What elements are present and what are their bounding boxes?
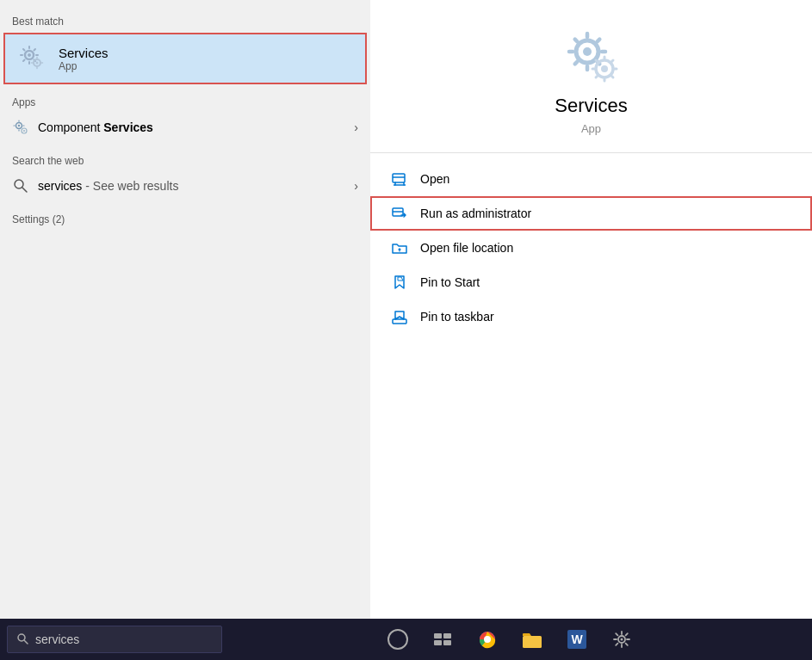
best-match-subtitle: App bbox=[59, 60, 108, 72]
component-services-name: Component Services bbox=[38, 120, 153, 134]
svg-point-1 bbox=[28, 53, 31, 57]
settings-button[interactable] bbox=[608, 626, 635, 653]
best-match-item[interactable]: Services App bbox=[3, 33, 367, 84]
svg-text:W: W bbox=[571, 632, 583, 646]
svg-line-44 bbox=[596, 60, 598, 62]
taskbar-search-icon bbox=[16, 632, 28, 647]
action-pin-to-start-text: Pin to Start bbox=[420, 275, 480, 289]
svg-rect-48 bbox=[393, 174, 405, 182]
action-open[interactable]: Open bbox=[370, 162, 812, 196]
svg-line-34 bbox=[574, 40, 577, 42]
right-taskbar: W bbox=[370, 619, 812, 660]
svg-rect-56 bbox=[434, 640, 442, 645]
web-search-icon bbox=[12, 177, 29, 194]
svg-point-11 bbox=[36, 62, 39, 65]
run-as-admin-icon bbox=[391, 205, 408, 222]
svg-line-8 bbox=[34, 49, 36, 51]
word-button[interactable]: W bbox=[563, 626, 591, 653]
action-list: Open Run as administrator bbox=[370, 153, 812, 619]
web-search-chevron: › bbox=[354, 179, 358, 193]
svg-point-29 bbox=[583, 47, 592, 56]
svg-line-25 bbox=[22, 188, 27, 192]
app-detail: Services App bbox=[370, 0, 812, 153]
task-view-icon bbox=[433, 632, 452, 647]
open-icon bbox=[391, 170, 408, 188]
svg-rect-53 bbox=[393, 319, 406, 324]
svg-rect-61 bbox=[523, 636, 542, 648]
svg-line-6 bbox=[23, 49, 25, 51]
cortana-icon bbox=[387, 629, 408, 650]
app-detail-icon bbox=[561, 26, 622, 86]
settings-section: Settings (2) bbox=[0, 207, 370, 229]
component-services-chevron: › bbox=[354, 120, 358, 134]
best-match-text: Services App bbox=[59, 46, 108, 72]
app-detail-subtitle: App bbox=[581, 122, 601, 135]
action-run-as-admin[interactable]: Run as administrator bbox=[370, 196, 812, 231]
taskbar: services bbox=[0, 619, 370, 660]
action-open-text: Open bbox=[420, 172, 449, 186]
pin-to-taskbar-icon bbox=[391, 308, 408, 325]
svg-point-65 bbox=[621, 638, 623, 641]
svg-point-39 bbox=[601, 65, 608, 72]
component-services-icon bbox=[12, 119, 29, 136]
app-detail-title: Services bbox=[555, 95, 627, 117]
svg-rect-55 bbox=[443, 633, 451, 638]
action-pin-to-taskbar-text: Pin to taskbar bbox=[420, 310, 494, 324]
svg-line-73 bbox=[616, 644, 617, 645]
chrome-button[interactable] bbox=[474, 626, 501, 653]
web-search-item[interactable]: services - See web results › bbox=[0, 170, 370, 201]
svg-rect-57 bbox=[443, 640, 451, 645]
svg-point-26 bbox=[18, 634, 25, 641]
action-pin-to-taskbar[interactable]: Pin to taskbar bbox=[370, 299, 812, 334]
apps-section: Apps bbox=[0, 89, 370, 143]
web-label: Search the web bbox=[0, 148, 370, 170]
cortana-button[interactable] bbox=[384, 626, 412, 653]
svg-line-37 bbox=[574, 62, 577, 65]
apps-label: Apps bbox=[0, 89, 370, 112]
svg-point-60 bbox=[484, 636, 491, 643]
taskbar-search-text: services bbox=[35, 632, 79, 646]
svg-point-17 bbox=[18, 125, 20, 126]
svg-line-46 bbox=[611, 60, 613, 62]
best-match-title: Services bbox=[59, 46, 108, 60]
svg-line-45 bbox=[611, 77, 613, 78]
action-pin-to-start[interactable]: Pin to Start bbox=[370, 265, 812, 299]
services-app-icon bbox=[17, 43, 48, 74]
svg-line-71 bbox=[626, 644, 628, 645]
chrome-icon bbox=[477, 629, 498, 650]
svg-line-9 bbox=[23, 60, 25, 62]
web-section: Search the web services - See web result… bbox=[0, 148, 370, 201]
action-open-file-location-text: Open file location bbox=[420, 241, 513, 255]
task-view-button[interactable] bbox=[429, 626, 456, 653]
action-open-file-location[interactable]: Open file location bbox=[370, 231, 812, 265]
file-explorer-icon bbox=[522, 630, 542, 649]
svg-line-72 bbox=[626, 633, 628, 635]
svg-rect-54 bbox=[434, 633, 442, 638]
web-search-text: services - See web results bbox=[38, 179, 178, 193]
svg-line-47 bbox=[596, 77, 598, 78]
taskbar-search[interactable]: services bbox=[7, 626, 222, 653]
word-icon: W bbox=[567, 629, 587, 650]
open-file-location-icon bbox=[391, 239, 408, 256]
svg-line-70 bbox=[616, 633, 617, 635]
svg-point-23 bbox=[23, 130, 25, 132]
settings-label: Settings (2) bbox=[0, 207, 370, 229]
file-explorer-button[interactable] bbox=[518, 626, 546, 653]
settings-icon bbox=[612, 630, 631, 649]
svg-line-27 bbox=[25, 640, 28, 644]
best-match-label: Best match bbox=[0, 9, 370, 31]
component-services-item[interactable]: Component Services › bbox=[0, 112, 370, 143]
services-icon bbox=[17, 43, 48, 74]
action-run-as-admin-text: Run as administrator bbox=[420, 207, 531, 220]
svg-line-36 bbox=[597, 40, 599, 42]
pin-to-start-icon bbox=[391, 274, 408, 291]
